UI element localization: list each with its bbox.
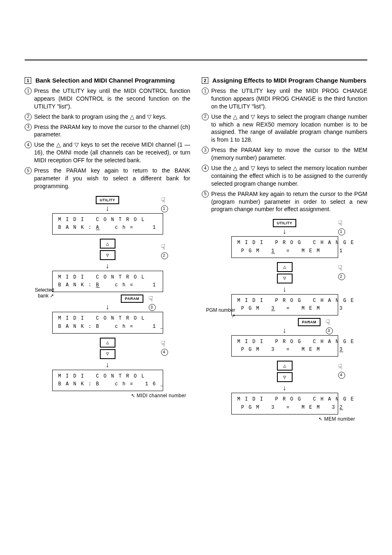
box-number-1: 1 bbox=[25, 77, 31, 84]
midi-channel-label: ↖ MIDI channel number bbox=[131, 393, 186, 398]
right-column: 2 Assigning Effects to MIDI Program Chan… bbox=[202, 77, 367, 422]
step-num: 3 bbox=[25, 124, 32, 131]
lcd-screen: M I D I C O N T R O L B A N K : B c h = … bbox=[52, 312, 163, 333]
arrow-down-icon: ↓ bbox=[105, 362, 110, 369]
mem-number-label: ↖ MEM number bbox=[318, 416, 355, 422]
pgm-number-label: PGM number ↗ bbox=[202, 307, 235, 319]
callout-4: 4 bbox=[338, 372, 345, 379]
lcd-screen: M I D I C O N T R O L B A N K : B c h = … bbox=[52, 370, 163, 391]
section-heading-1: Bank Selection and MIDI Channel Programm… bbox=[35, 77, 175, 84]
hand-icon: ☟ bbox=[326, 318, 330, 327]
lcd-line2: P G M 3 = M E M 3 2 bbox=[238, 404, 332, 412]
arrow-down-icon: ↓ bbox=[282, 286, 287, 293]
box-number-2: 2 bbox=[202, 77, 208, 84]
up-down-keys: △ ▽ bbox=[277, 262, 293, 283]
up-down-keys: △ ▽ bbox=[277, 361, 293, 382]
lcd-screen: M I D I P R O G C H A N G E P G M 3 = M … bbox=[231, 335, 338, 357]
arrow-down-icon: ↓ bbox=[282, 327, 287, 334]
lcd-screen: M I D I P R O G C H A N G E P G M 3 = M … bbox=[231, 393, 338, 414]
lcd-screen: M I D I C O N T R O L B A N K : A c h = … bbox=[52, 213, 163, 235]
hand-icon: ☟ bbox=[338, 264, 343, 273]
lcd-line2: B A N K : B c h = 1 6 _ bbox=[58, 380, 157, 388]
lcd-line1: M I D I P R O G C H A N G E bbox=[238, 338, 332, 346]
step-num: 4 bbox=[202, 165, 209, 172]
up-key: △ bbox=[277, 262, 293, 272]
callout-3: 3 bbox=[149, 304, 156, 311]
step-text: Use the △ and ▽ keys to select the memor… bbox=[211, 164, 367, 188]
lcd-screen: M I D I P R O G C H A N G E P G M 3 = M … bbox=[231, 294, 338, 315]
arrow-down-icon: ↓ bbox=[105, 263, 110, 270]
hand-icon: ☟ bbox=[149, 295, 153, 304]
lcd-line1: M I D I C O N T R O L bbox=[58, 373, 157, 380]
arrow-down-icon: ↓ bbox=[282, 228, 287, 235]
steps-list-2: 1Press the UTILITY key until the MIDI PR… bbox=[202, 87, 367, 213]
section-title-2: 2 Assigning Effects to MIDI Program Chan… bbox=[202, 77, 367, 84]
lcd-line2: B A N K : A c h = 1 bbox=[58, 224, 157, 232]
left-column: 1 Bank Selection and MIDI Channel Progra… bbox=[25, 77, 190, 422]
manual-page: 1 Bank Selection and MIDI Channel Progra… bbox=[0, 60, 392, 555]
down-key: ▽ bbox=[277, 372, 293, 382]
step-text: Press the PARAM key to move the cursor t… bbox=[211, 146, 367, 162]
lcd-screen: M I D I P R O G C H A N G E P G M 1 = M … bbox=[231, 236, 338, 258]
flow-diagram-1: UTILITY ☟1 ↓ M I D I C O N T R O L B A N… bbox=[25, 196, 190, 399]
lcd-line1: M I D I P R O G C H A N G E bbox=[238, 297, 332, 305]
step-text: Press the PARAM key again to return the … bbox=[211, 190, 367, 214]
arrow-down-icon: ↓ bbox=[105, 304, 110, 311]
up-key: △ bbox=[277, 361, 293, 371]
step-num: 5 bbox=[202, 191, 209, 198]
callout-4: 4 bbox=[161, 349, 168, 356]
up-key: △ bbox=[100, 338, 115, 348]
callout-2: 2 bbox=[338, 273, 345, 280]
lcd-line1: M I D I C O N T R O L bbox=[58, 315, 157, 322]
callout-3: 3 bbox=[326, 327, 333, 334]
hand-icon: ☟ bbox=[161, 196, 166, 205]
hand-icon: ☟ bbox=[338, 219, 343, 228]
step-text: Press the PARAM key to move the cursor t… bbox=[34, 123, 190, 139]
arrow-down-icon: ↓ bbox=[105, 205, 110, 212]
param-key: PARAM bbox=[298, 318, 321, 326]
rule-top bbox=[25, 60, 367, 60]
lcd-line1: M I D I P R O G C H A N G E bbox=[238, 396, 332, 403]
step-num: 2 bbox=[25, 113, 32, 120]
step-text: Use the △ and ▽ keys to set the receive … bbox=[34, 141, 190, 164]
lcd-line2: P G M 3 = M E M 3 bbox=[238, 305, 332, 313]
lcd-line2: B A N K : B c h = 1 bbox=[58, 281, 157, 289]
step-num: 4 bbox=[25, 141, 32, 148]
up-down-keys: △ ▽ bbox=[100, 338, 115, 359]
step-text: Press the UTILITY key until the MIDI CON… bbox=[34, 87, 190, 111]
hand-icon: ☟ bbox=[338, 362, 343, 371]
section-title-1: 1 Bank Selection and MIDI Channel Progra… bbox=[25, 77, 190, 84]
callout-1: 1 bbox=[161, 205, 168, 212]
utility-key: UTILITY bbox=[96, 196, 120, 204]
down-key: ▽ bbox=[100, 349, 115, 359]
step-num: 1 bbox=[202, 88, 209, 94]
step-num: 2 bbox=[202, 113, 209, 120]
utility-key: UTILITY bbox=[273, 219, 297, 227]
hand-icon: ☟ bbox=[161, 339, 166, 348]
lcd-line2: P G M 3 = M E M 3 bbox=[238, 346, 332, 354]
step-text: Press the PARAM key again to return to t… bbox=[34, 167, 190, 190]
param-key: PARAM bbox=[121, 295, 143, 303]
callout-1: 1 bbox=[338, 228, 345, 235]
up-down-keys: △ ▽ bbox=[100, 239, 115, 260]
lcd-line2: P G M 1 = M E M 1 bbox=[238, 247, 332, 255]
lcd-line1: M I D I C O N T R O L bbox=[58, 274, 157, 281]
steps-list-1: 1Press the UTILITY key until the MIDI CO… bbox=[25, 87, 190, 190]
hand-icon: ☟ bbox=[161, 243, 166, 252]
callout-2: 2 bbox=[161, 252, 168, 259]
up-key: △ bbox=[100, 239, 115, 249]
down-key: ▽ bbox=[277, 274, 293, 283]
step-num: 3 bbox=[202, 147, 209, 154]
step-text: Use the △ and ▽ keys to select the progr… bbox=[211, 113, 367, 144]
flow-diagram-2: UTILITY ☟1 ↓ M I D I P R O G C H A N G E… bbox=[202, 219, 367, 422]
step-text: Select the bank to program using the △ a… bbox=[34, 113, 166, 121]
step-num: 5 bbox=[25, 167, 32, 174]
two-columns: 1 Bank Selection and MIDI Channel Progra… bbox=[0, 77, 392, 422]
lcd-line2: B A N K : B c h = 1 _ bbox=[58, 323, 157, 331]
arrow-down-icon: ↓ bbox=[282, 385, 287, 392]
section-heading-2: Assigning Effects to MIDI Program Change… bbox=[212, 77, 367, 84]
step-text: Press the UTILITY key until the MIDI PRO… bbox=[211, 87, 367, 111]
step-num: 1 bbox=[25, 88, 32, 94]
down-key: ▽ bbox=[100, 250, 115, 260]
lcd-screen: M I D I C O N T R O L B A N K : B c h = … bbox=[52, 271, 163, 292]
